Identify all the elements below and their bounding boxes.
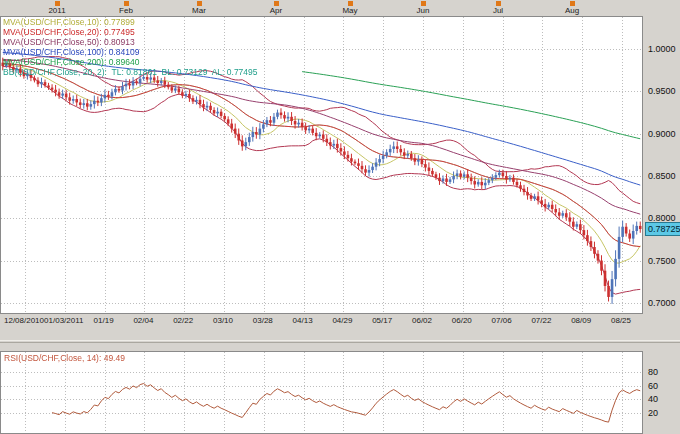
timeline-header: 2011FebMarAprMayJunJulAug (0, 0, 680, 16)
timeline-month-label: 2011 (48, 6, 65, 15)
date-label: 03/28 (253, 316, 273, 325)
current-price-badge: 0.78725 (645, 222, 680, 236)
price-tick-label: 0.8500 (648, 171, 676, 181)
timeline-month-label: Jun (417, 6, 430, 15)
rsi-tick-label: 40 (648, 394, 658, 404)
date-label: 06/20 (452, 316, 472, 325)
date-label: 03/10 (213, 316, 233, 325)
rsi-axis[interactable]: 80604020 (644, 352, 680, 433)
date-axis[interactable]: 12/08/201001/03/201101/1902/0402/2203/10… (0, 315, 643, 329)
legend-item-mva100: MVA(USD/CHF,Close,100): 0.84109 (3, 47, 258, 57)
date-label: 02/22 (173, 316, 193, 325)
rsi-panel (0, 351, 643, 434)
legend-item-mva10: MVA(USD/CHF,Close,10): 0.77899 (3, 17, 258, 27)
indicator-legend: MVA(USD/CHF,Close,10): 0.77899MVA(USD/CH… (3, 17, 258, 77)
date-label: 01/19 (94, 316, 114, 325)
date-label: 01/03/2011 (44, 316, 83, 325)
date-label: 02/04 (133, 316, 153, 325)
chart-window: 2011FebMarAprMayJunJulAug MVA(USD/CHF,Cl… (0, 0, 680, 434)
timeline-month-label: Aug (565, 6, 579, 15)
date-label: 07/06 (492, 316, 512, 325)
timeline-month-label: Jul (493, 6, 503, 15)
rsi-tick-label: 20 (648, 408, 658, 418)
rsi-legend: RSI(USD/CHF,Close, 14): 49.49 (4, 353, 125, 363)
legend-item-mva200: MVA(USD/CHF,Close,200): 0.89640 (3, 57, 258, 67)
price-axis[interactable]: 1.00000.95000.90000.85000.80000.75000.70… (644, 17, 680, 313)
timeline-month-label: Feb (119, 6, 133, 15)
date-label: 04/13 (293, 316, 313, 325)
price-tick-label: 0.7500 (648, 256, 676, 266)
rsi-chart-canvas[interactable] (1, 352, 642, 433)
price-tick-label: 0.7000 (648, 298, 676, 308)
panel-splitter[interactable] (0, 332, 680, 351)
splitter-groove (0, 340, 680, 343)
timeline-month-label: Mar (192, 6, 206, 15)
price-tick-label: 1.0000 (648, 44, 676, 54)
date-label: 08/09 (571, 316, 591, 325)
rsi-tick-label: 60 (648, 381, 658, 391)
timeline-month-label: Apr (270, 6, 282, 15)
date-label: 04/29 (332, 316, 352, 325)
price-tick-label: 0.9000 (648, 129, 676, 139)
date-label: 12/08/2010 (4, 316, 44, 325)
date-label: 05/17 (372, 316, 392, 325)
date-label: 08/25 (611, 316, 631, 325)
legend-item-mva50: MVA(USD/CHF,Close,50): 0.80913 (3, 37, 258, 47)
date-label: 06/02 (412, 316, 432, 325)
timeline-month-label: May (342, 6, 357, 15)
rsi-tick-label: 80 (648, 367, 658, 377)
date-label: 07/22 (531, 316, 551, 325)
price-tick-label: 0.9500 (648, 86, 676, 96)
legend-item-mva20: MVA(USD/CHF,Close,20): 0.77495 (3, 27, 258, 37)
legend-item-bb: BB(USD/CHF,Close, 20, 2): TL: 0.81861 BL… (3, 67, 258, 77)
